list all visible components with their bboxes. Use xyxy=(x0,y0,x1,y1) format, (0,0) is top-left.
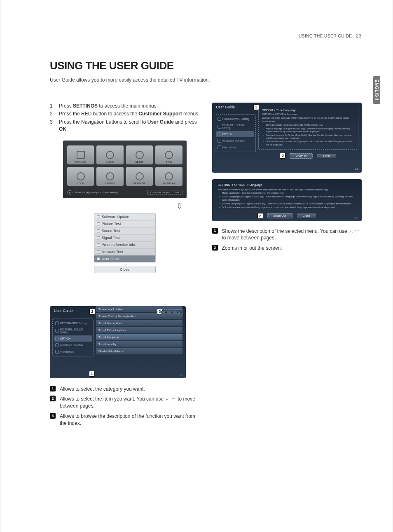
settings-menu-screenshot: PICTURE AUDIO SETUP TIME LOCK OPTION NET… xyxy=(63,141,187,198)
speaker-icon xyxy=(106,151,114,159)
down-arrow-icon: ⇩ xyxy=(63,202,187,211)
two-column-layout: 1 Press SETTINGS to access the main menu… xyxy=(50,103,362,273)
bnote-2: 2 Allows to select the item you want. Yo… xyxy=(50,396,196,410)
cs-close-button[interactable]: Close xyxy=(94,266,156,273)
dish-icon xyxy=(136,151,144,159)
tv-title: User Guide xyxy=(216,105,235,109)
tv-sidebar: PROGRAMME Setting PICTURE, SOUND Setting… xyxy=(215,114,256,152)
side-information[interactable]: Information xyxy=(54,349,92,355)
gear-icon xyxy=(218,132,221,136)
side-advanced[interactable]: Advanced Function xyxy=(216,138,254,144)
topic-time-options[interactable]: To set time options xyxy=(96,320,182,326)
badge-3: 3 xyxy=(50,413,56,419)
menu-mymedia[interactable]: MY MEDIA xyxy=(155,167,182,186)
zoom-footer: 2 Zoom Out Close xyxy=(212,213,362,219)
menu-lock[interactable]: LOCK xyxy=(67,167,94,186)
card-icon xyxy=(106,172,114,180)
side-programme[interactable]: PROGRAMME Setting xyxy=(54,320,92,326)
user-guide-detail-screenshot: User Guide 1 PROGRAMME Setting PICTURE, … xyxy=(212,103,362,173)
zoom-out-button[interactable]: Zoom Out xyxy=(267,213,292,218)
menu-setup[interactable]: SETUP xyxy=(126,145,153,164)
customer-support-link[interactable]: Customer Support xyxy=(150,191,171,194)
side-option[interactable]: OPTION xyxy=(216,131,254,137)
cs-sound-test[interactable]: Sound Test xyxy=(94,227,155,234)
main-heading: USING THE USER GUIDE xyxy=(50,59,362,72)
checkbox-icon xyxy=(97,222,100,225)
description-panel: OPTION > To set language SETTING ➔ OPTIO… xyxy=(258,106,359,150)
marker-1: 1 xyxy=(89,371,95,377)
tv-sidebar: PROGRAMME Setting PICTURE, SOUND Setting… xyxy=(52,319,94,356)
cs-product-info[interactable]: Product/Service Info. xyxy=(94,241,155,248)
side-picture-sound[interactable]: PICTURE, SOUND Setting xyxy=(54,327,92,335)
close-button[interactable]: Close xyxy=(317,153,337,159)
zoom-body: You can select the language of the menu … xyxy=(218,188,356,209)
side-advanced[interactable]: Advabced Function xyxy=(54,342,92,348)
close-button[interactable]: Close xyxy=(297,213,316,218)
list-view-icon xyxy=(161,311,165,314)
side-information[interactable]: Information xyxy=(216,144,254,150)
tv-title: User Guide xyxy=(54,309,73,313)
checkbox-icon xyxy=(97,229,100,232)
language-tab: ENGLISH xyxy=(373,76,380,104)
cs-user-guide[interactable]: User Guide xyxy=(94,255,155,262)
right-column: User Guide 1 PROGRAMME Setting PICTURE, … xyxy=(212,103,362,273)
index-toolbar[interactable]: × xyxy=(159,309,182,316)
side-picture-sound[interactable]: PICTURE, SOUND Setting xyxy=(216,122,254,131)
tv-button-row: 2 Zoom In Close xyxy=(258,153,359,159)
menu-picture[interactable]: PICTURE xyxy=(67,145,94,164)
back-icon xyxy=(173,311,177,314)
zoomed-description-screenshot: SETTING ➔ OPTION ➔ Language You can sele… xyxy=(212,179,362,221)
remote-icon xyxy=(218,139,221,143)
bnote-1: 1 Allows to select the category you want… xyxy=(50,386,196,393)
folder-icon xyxy=(167,311,171,314)
topic-disabled-assistance[interactable]: Disabled Assistance xyxy=(96,348,182,354)
page-indicator: 1/2 xyxy=(179,373,182,376)
badge-1: 1 xyxy=(212,228,218,234)
cs-picture-test[interactable]: Picture Test xyxy=(94,220,155,227)
media-icon xyxy=(165,172,173,180)
remote-icon xyxy=(55,343,59,347)
exit-link[interactable]: Exit xyxy=(175,191,180,194)
note-2: 2 Zooms in or out the screen. xyxy=(212,245,362,252)
checkbox-icon xyxy=(97,257,100,260)
marker-1: 1 xyxy=(253,104,259,110)
user-guide-list-screenshot: User Guide 2 3 × PROGRAMME Setting PICTU… xyxy=(50,306,186,378)
picture-icon xyxy=(218,125,221,129)
marker-2: 2 xyxy=(89,309,95,314)
info-icon xyxy=(55,350,59,354)
topic-tv-lock[interactable]: To set TV lock options xyxy=(96,327,182,333)
side-programme[interactable]: PROGRAMME Setting xyxy=(216,116,254,122)
side-option[interactable]: OPTION xyxy=(54,335,92,342)
picture-icon xyxy=(55,329,59,333)
intro-text: User Guide allows you to more easily acc… xyxy=(50,77,362,83)
badge-2: 2 xyxy=(50,396,56,401)
menu-time[interactable]: TIME xyxy=(155,145,182,164)
topic-set-country[interactable]: To set country xyxy=(96,341,182,347)
page-indicator: 1/2 xyxy=(355,168,358,170)
tv-icon xyxy=(218,117,221,121)
cs-network-test[interactable]: Network Test xyxy=(94,248,155,255)
menu-option[interactable]: OPTION xyxy=(96,167,124,186)
step-3: 3 Press the Navigation buttons to scroll… xyxy=(50,119,200,133)
topic-set-language[interactable]: To set language xyxy=(96,334,182,340)
left-column: 1 Press SETTINGS to access the main menu… xyxy=(50,103,200,273)
marker-2: 2 xyxy=(280,153,285,159)
cs-signal-test[interactable]: Signal Test xyxy=(94,234,155,241)
badge-2: 2 xyxy=(212,245,218,251)
tv-main: OPTION > To set language SETTING ➔ OPTIO… xyxy=(258,103,359,162)
step-list: 1 Press SETTINGS to access the main menu… xyxy=(50,103,200,133)
menu-audio[interactable]: AUDIO xyxy=(96,145,124,164)
step-2: 2 Press the RED button to access the Cus… xyxy=(50,110,200,117)
ok-icon: ● xyxy=(67,190,73,195)
breadcrumb-path: OPTION > To set language xyxy=(262,109,355,112)
step-1: 1 Press SETTINGS to access the main menu… xyxy=(50,103,200,110)
bottom-notes: 1 Allows to select the category you want… xyxy=(50,386,196,427)
customer-support-menu: Software Update Picture Test Sound Test … xyxy=(94,213,156,262)
menu-network[interactable]: NETWORK xyxy=(126,167,153,186)
info-icon xyxy=(218,145,221,149)
zoom-heading: SETTING ➔ OPTION ➔ Language xyxy=(218,183,356,187)
cs-software-update[interactable]: Software Update xyxy=(94,213,155,220)
zoom-in-button[interactable]: Zoom In xyxy=(290,153,313,159)
marker-2: 2 xyxy=(257,213,263,219)
checkbox-icon xyxy=(97,243,100,246)
